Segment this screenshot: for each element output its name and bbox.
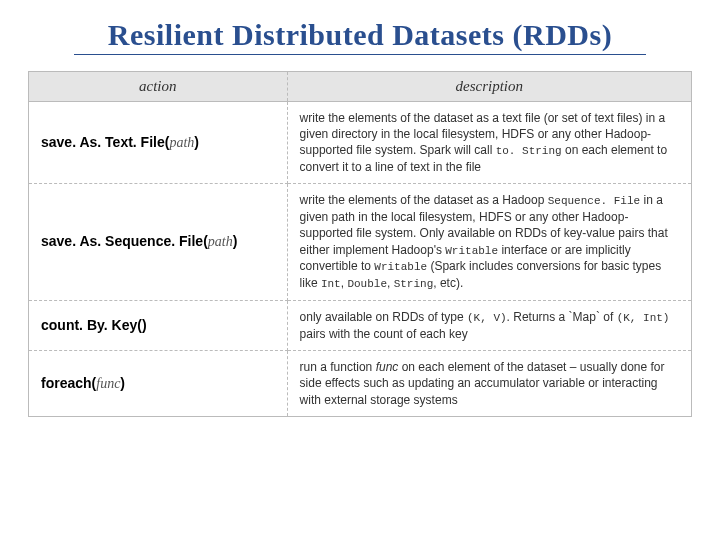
inline-code: (K, Int) <box>617 312 670 324</box>
action-param: path <box>208 234 233 249</box>
inline-code: Int <box>321 278 341 290</box>
actions-table: action description save. As. Text. File(… <box>28 71 692 417</box>
title-underline <box>74 54 645 55</box>
inline-code: Double <box>347 278 387 290</box>
header-action: action <box>29 72 288 102</box>
action-cell: save. As. Sequence. File(path) <box>29 184 288 301</box>
inline-code: to. String <box>496 145 562 157</box>
description-cell: only available on RDDs of type (K, V). R… <box>287 301 691 351</box>
action-param: func <box>96 376 120 391</box>
inline-code: (K, V) <box>467 312 507 324</box>
table-row: save. As. Text. File(path)write the elem… <box>29 102 692 184</box>
description-cell: write the elements of the dataset as a H… <box>287 184 691 301</box>
action-name: save. As. Text. File <box>41 134 165 150</box>
description-cell: write the elements of the dataset as a t… <box>287 102 691 184</box>
inline-italic: func <box>376 360 399 374</box>
table-row: save. As. Sequence. File(path)write the … <box>29 184 692 301</box>
action-name: foreach <box>41 375 92 391</box>
inline-code: String <box>394 278 434 290</box>
table-row: count. By. Key()only available on RDDs o… <box>29 301 692 351</box>
action-name: count. By. Key <box>41 317 137 333</box>
description-cell: run a function func on each element of t… <box>287 351 691 417</box>
slide: Resilient Distributed Datasets (RDDs) ac… <box>0 0 720 540</box>
action-name: save. As. Sequence. File <box>41 233 203 249</box>
action-cell: save. As. Text. File(path) <box>29 102 288 184</box>
inline-code: Sequence. File <box>548 195 640 207</box>
table-header-row: action description <box>29 72 692 102</box>
inline-code: Writable <box>374 261 427 273</box>
action-param: path <box>169 135 194 150</box>
header-description: description <box>287 72 691 102</box>
table-row: foreach(func)run a function func on each… <box>29 351 692 417</box>
action-cell: foreach(func) <box>29 351 288 417</box>
action-cell: count. By. Key() <box>29 301 288 351</box>
page-title: Resilient Distributed Datasets (RDDs) <box>28 18 692 52</box>
inline-code: Writable <box>445 245 498 257</box>
